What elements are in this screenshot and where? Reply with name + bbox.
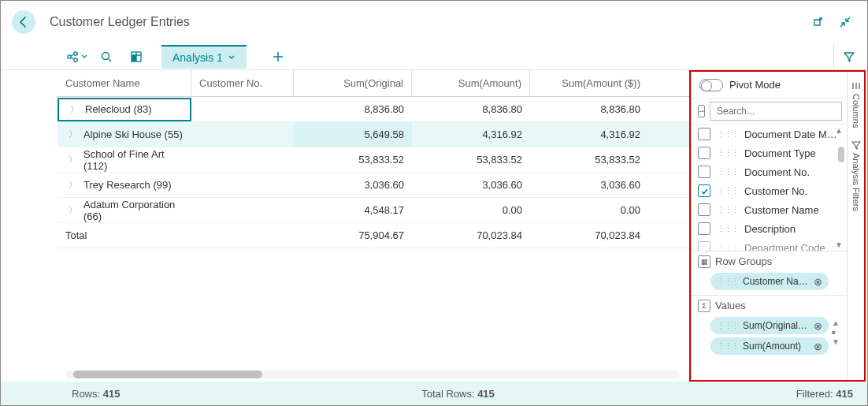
list-scroll-arrows[interactable]: ▲▼ (835, 126, 844, 249)
table-row[interactable]: 〉Alpine Ski House (55) 5,649.58 4,316.92… (57, 122, 689, 147)
value-chip[interactable]: ⋮⋮⋮ Sum(Original A... ⊗ (710, 317, 829, 334)
page-header: Customer Ledger Entries (1, 1, 867, 43)
main-content: Customer Name Customer No. Sum(Original … (1, 70, 867, 382)
values-chips: ⋮⋮⋮ Sum(Original A... ⊗ ⋮⋮⋮ Sum(Amount) … (692, 315, 847, 359)
chip-label: Customer Name (743, 276, 809, 287)
column-item[interactable]: ⋮⋮⋮ Document Date Month (692, 125, 847, 143)
drag-handle-icon[interactable]: ⋮⋮⋮ (717, 148, 738, 158)
cell-amt-usd: 8,836.80 (530, 97, 648, 121)
side-tabs: Columns Analysis Filters (847, 72, 864, 380)
columns-panel: Pivot Mode − ⋮⋮⋮ Document Date Month ⋮⋮⋮… (691, 72, 847, 380)
cell-amt: 53,833.52 (412, 147, 530, 172)
drag-handle-icon[interactable]: ⋮⋮⋮ (717, 167, 738, 177)
table-row[interactable]: 〉Adatum Corporation (66) 4,548.17 0.00 0… (57, 198, 689, 223)
value-chip[interactable]: ⋮⋮⋮ Sum(Amount) ⊗ (710, 337, 829, 355)
column-search-input[interactable] (710, 102, 842, 121)
column-item[interactable]: ⋮⋮⋮ Document No. (692, 162, 847, 181)
cell-orig: 5,649.58 (294, 122, 412, 147)
drag-handle-icon[interactable]: ⋮⋮⋮ (717, 224, 738, 234)
cell-no (191, 97, 294, 121)
cell-no (191, 173, 294, 197)
column-label: Customer No. (744, 185, 807, 197)
checkbox[interactable] (698, 203, 710, 216)
row-groups-header: ▦ Row Groups (692, 251, 847, 271)
drag-handle-icon[interactable]: ⋮⋮⋮ (717, 243, 738, 251)
cell-amt: 8,836.80 (412, 97, 530, 121)
cell-no (191, 122, 294, 147)
columns-icon (851, 81, 861, 91)
col-header-sum-amount-usd[interactable]: Sum(Amount ($)) (530, 70, 648, 96)
column-item[interactable]: ⋮⋮⋮ Description (692, 219, 847, 238)
table-row[interactable]: 〉Trey Research (99) 3,036.60 3,036.60 3,… (57, 173, 689, 198)
drag-handle-icon[interactable]: ⋮⋮⋮ (717, 321, 738, 331)
col-header-customer-no[interactable]: Customer No. (191, 70, 294, 96)
cell-no (191, 198, 294, 222)
remove-chip-button[interactable]: ⊗ (814, 276, 822, 288)
drag-handle-icon[interactable]: ⋮⋮⋮ (717, 129, 738, 140)
filter-icon (843, 50, 855, 63)
cell-no (191, 147, 294, 172)
col-header-sum-amount[interactable]: Sum(Amount) (412, 70, 530, 96)
checkbox[interactable] (698, 166, 710, 178)
column-headers: Customer Name Customer No. Sum(Original … (57, 70, 689, 97)
expand-icon[interactable]: 〉 (69, 129, 77, 140)
drag-handle-icon[interactable]: ⋮⋮⋮ (717, 205, 738, 215)
column-item[interactable]: ⋮⋮⋮ Document Type (692, 143, 847, 162)
arrow-left-icon (17, 16, 30, 28)
column-item[interactable]: ⋮⋮⋮ Customer Name (692, 200, 847, 219)
cell-orig: 53,833.52 (294, 147, 412, 172)
expand-icon[interactable]: 〉 (69, 179, 77, 191)
remove-chip-button[interactable]: ⊗ (814, 320, 822, 332)
cell-orig: 3,036.60 (294, 173, 412, 197)
list-scroll-thumb[interactable] (838, 147, 844, 162)
row-groups-icon: ▦ (698, 255, 710, 268)
drag-handle-icon[interactable]: ⋮⋮⋮ (717, 277, 738, 287)
checkbox[interactable] (698, 241, 710, 251)
expand-icon[interactable]: 〉 (69, 154, 77, 166)
drag-handle-icon[interactable]: ⋮⋮⋮ (717, 341, 738, 352)
collapse-all-button[interactable]: − (698, 105, 705, 117)
column-label: Description (744, 223, 796, 235)
expand-icon[interactable]: 〉 (70, 103, 79, 115)
status-bar: Rows: 415 Total Rows: 415 Filtered: 415 (1, 382, 867, 405)
checkbox-checked[interactable] (698, 184, 710, 197)
remove-chip-button[interactable]: ⊗ (814, 341, 822, 352)
tab-analysis-1[interactable]: Analysis 1 (161, 45, 247, 69)
cell-amt-usd: 53,833.52 (530, 147, 648, 172)
drag-handle-icon[interactable]: ⋮⋮⋮ (717, 186, 738, 196)
col-header-customer-name[interactable]: Customer Name (57, 70, 191, 96)
columns-panel-highlight: Pivot Mode − ⋮⋮⋮ Document Date Month ⋮⋮⋮… (689, 70, 866, 382)
back-button[interactable] (12, 10, 35, 34)
checkbox[interactable] (698, 222, 710, 235)
page-title: Customer Ledger Entries (50, 15, 190, 29)
expand-icon[interactable]: 〉 (69, 204, 77, 216)
checkbox[interactable] (698, 128, 710, 140)
collapse-button[interactable] (839, 16, 851, 28)
filter-pane-button[interactable] (839, 47, 859, 67)
side-tab-analysis-filters[interactable]: Analysis Filters (851, 136, 861, 216)
cell-amt: 3,036.60 (412, 173, 530, 197)
checkbox[interactable] (698, 147, 710, 159)
side-tab-columns[interactable]: Columns (851, 76, 861, 132)
analysis-mode-button[interactable] (125, 46, 147, 68)
values-icon: Σ (698, 300, 710, 312)
table-row[interactable]: 〉School of Fine Art (112) 53,833.52 53,8… (57, 147, 689, 173)
row-group-chip[interactable]: ⋮⋮⋮ Customer Name ⊗ (710, 273, 829, 290)
column-label: Document Date Month (744, 129, 840, 140)
column-item[interactable]: ⋮⋮⋮ Customer No. (692, 181, 847, 200)
cell-orig: 8,836.80 (294, 97, 412, 121)
horizontal-scrollbar[interactable] (57, 369, 689, 380)
search-button[interactable] (95, 46, 117, 68)
column-item[interactable]: ⋮⋮⋮ Department Code (692, 238, 847, 251)
col-header-sum-original[interactable]: Sum(Original (294, 70, 412, 96)
analysis-icon (130, 50, 143, 63)
share-button[interactable] (65, 46, 87, 68)
values-label: Values (715, 300, 746, 311)
pivot-mode-toggle[interactable] (699, 79, 723, 91)
total-rows-count: Total Rows: 415 (120, 388, 796, 400)
add-tab-button[interactable] (265, 44, 291, 69)
pivot-mode-row: Pivot Mode (692, 72, 847, 99)
table-row[interactable]: 〉Relecloud (83) 8,836.80 8,836.80 8,836.… (57, 97, 689, 122)
open-new-window-button[interactable] (812, 16, 825, 28)
values-scroll-arrows[interactable]: ▲■▼ (832, 317, 840, 346)
